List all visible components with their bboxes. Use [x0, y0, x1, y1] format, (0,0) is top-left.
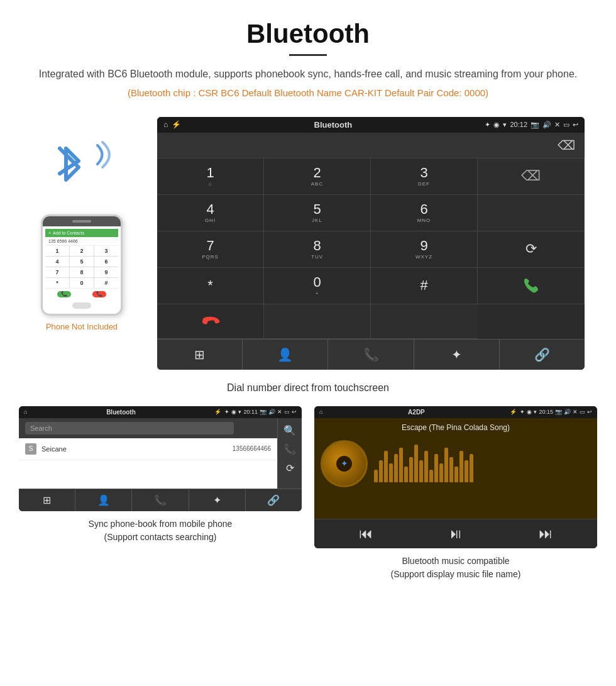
side-search-btn[interactable]: 🔍	[281, 422, 299, 439]
phonebook-main-area: Search S Seicane 13566664466 🔍 📞 ⟳	[19, 418, 302, 489]
music-controls: ⏮ ⏯ ⏭	[314, 519, 597, 548]
phonebook-card: ⌂ Bluetooth ⚡ ✦ ◉ ▾ 20:11 📷 🔊 ✕ ▭ ↩	[19, 406, 302, 581]
phonebook-statusbar: ⌂ Bluetooth ⚡ ✦ ◉ ▾ 20:11 📷 🔊 ✕ ▭ ↩	[19, 406, 302, 418]
album-art: ✦	[321, 440, 368, 487]
key-5[interactable]: 5 JKL	[264, 195, 371, 231]
pb-win-icon: ▭	[284, 409, 290, 415]
album-art-inner: ✦	[336, 456, 352, 472]
pb-nav-bluetooth[interactable]: ✦	[189, 489, 246, 511]
phone-top-bar	[43, 216, 121, 226]
nav-bluetooth-btn[interactable]: ✦	[414, 340, 500, 370]
phone-key-6: 6	[94, 257, 118, 267]
viz-bar-2	[384, 451, 388, 482]
pb-nav-contacts[interactable]: 👤	[75, 489, 132, 511]
key-8[interactable]: 8 TUV	[264, 231, 371, 268]
next-track-btn[interactable]: ⏭	[539, 526, 553, 542]
viz-bar-17	[459, 451, 463, 482]
bottom-screens: ⌂ Bluetooth ⚡ ✦ ◉ ▾ 20:11 📷 🔊 ✕ ▭ ↩	[0, 406, 616, 594]
key-hash[interactable]: #	[371, 268, 478, 304]
music-visualizer	[374, 445, 591, 482]
close-icon: ✕	[554, 121, 560, 129]
prev-track-btn[interactable]: ⏮	[359, 526, 373, 542]
red-phone-icon	[197, 307, 223, 334]
viz-bar-1	[379, 460, 383, 482]
key-empty-2	[478, 195, 585, 231]
page-title: Bluetooth	[13, 19, 603, 49]
key-7[interactable]: 7 PQRS	[157, 231, 264, 268]
music-main-area: ✦	[314, 437, 597, 490]
key-3-sub: DEF	[418, 181, 430, 187]
viz-bar-10	[424, 451, 428, 482]
delete-icon[interactable]: ⌫	[521, 168, 541, 184]
pb-nav-phone[interactable]: 📞	[132, 489, 189, 511]
signal-waves-icon	[85, 139, 116, 170]
pb-nav-dialpad[interactable]: ⊞	[19, 489, 75, 511]
viz-bar-18	[465, 460, 468, 482]
key-6[interactable]: 6 MNO	[371, 195, 478, 231]
key-2[interactable]: 2 ABC	[264, 158, 371, 195]
pb-caption: Sync phone-book from mobile phone (Suppo…	[89, 517, 233, 544]
side-call-btn[interactable]: 📞	[281, 441, 299, 458]
key-9-main: 9	[420, 239, 427, 253]
key-5-main: 5	[313, 202, 321, 216]
contact-row: S Seicane 13566664466	[19, 438, 277, 460]
key-sync[interactable]: ⟳	[478, 231, 585, 268]
pb-nav-link[interactable]: 🔗	[246, 489, 302, 511]
key-0[interactable]: 0 +	[264, 268, 371, 304]
key-call-green[interactable]	[478, 268, 585, 304]
viz-bar-6	[404, 467, 408, 482]
nav-phone-btn[interactable]: 📞	[328, 340, 414, 370]
play-pause-btn[interactable]: ⏯	[449, 526, 463, 542]
phone-key-3: 3	[94, 246, 118, 256]
phone-screen: + Add to Contacts 135 6566 4466 1 2 3 4 …	[43, 226, 121, 314]
key-3[interactable]: 3 DEF	[371, 158, 478, 195]
dial-screen: ⌂ ⚡ Bluetooth ✦ ◉ ▾ 20:12 📷 🔊 ✕ ▭ ↩ ⌫	[157, 117, 585, 370]
green-phone-icon	[522, 276, 541, 295]
statusbar-right: ✦ ◉ ▾ 20:12 📷 🔊 ✕ ▭ ↩	[485, 121, 578, 129]
side-sync-btn[interactable]: ⟳	[281, 460, 299, 477]
pb-close-icon: ✕	[277, 409, 282, 415]
viz-bar-9	[419, 460, 423, 482]
viz-bar-0	[374, 470, 378, 482]
plus-icon: +	[48, 231, 51, 235]
key-hash-main: #	[420, 279, 427, 292]
key-6-sub: MNO	[417, 218, 431, 223]
search-box[interactable]: Search	[25, 422, 234, 434]
viz-bar-7	[409, 457, 413, 482]
music-statusbar: ⌂ A2DP ⚡ ✦ ◉ ▾ 20:15 📷 🔊 ✕ ▭ ↩	[314, 406, 597, 418]
pb-usb-icon: ⚡	[214, 409, 221, 415]
key-4[interactable]: 4 GHI	[157, 195, 264, 231]
dial-bottom-nav: ⊞ 👤 📞 ✦ 🔗	[157, 339, 585, 370]
phone-keypad: 1 2 3 4 5 6 7 8 9 * 0 #	[45, 246, 118, 288]
music-time: 20:15	[539, 409, 553, 415]
key-9-sub: WXYZ	[415, 254, 432, 260]
nav-link-btn[interactable]: 🔗	[500, 340, 585, 370]
pb-cam-icon: 📷	[260, 409, 267, 415]
music-bt-icon: ✦	[520, 409, 525, 415]
viz-bar-5	[399, 448, 403, 482]
phone-key-1: 1	[45, 246, 69, 256]
page-specs: (Bluetooth chip : CSR BC6 Default Blueto…	[13, 87, 603, 98]
key-9[interactable]: 9 WXYZ	[371, 231, 478, 268]
music-loc-icon: ◉	[527, 409, 532, 415]
bluetooth-status-icon: ✦	[485, 121, 490, 129]
key-star[interactable]: *	[157, 268, 264, 304]
delete-button[interactable]: ⌫	[558, 138, 575, 153]
nav-contacts-btn[interactable]: 👤	[243, 340, 328, 370]
phone-red-end-btn: 📞	[92, 291, 106, 297]
pb-caption-line2: (Support contacts searching)	[104, 532, 217, 542]
phone-key-star: *	[45, 278, 69, 288]
viz-bar-4	[394, 454, 398, 482]
bluetooth-icon-area	[47, 136, 116, 205]
dial-caption: Dial number direct from touchscreen	[0, 382, 616, 394]
key-call-red[interactable]	[157, 304, 264, 339]
statusbar-time: 20:12	[510, 121, 527, 128]
phone-bottom-bar: 📞 📞	[45, 288, 118, 300]
nav-dialpad-btn[interactable]: ⊞	[157, 340, 243, 370]
phone-green-call-btn: 📞	[57, 291, 71, 297]
key-1[interactable]: 1 ⌂	[157, 158, 264, 195]
key-4-main: 4	[206, 202, 214, 216]
dial-statusbar: ⌂ ⚡ Bluetooth ✦ ◉ ▾ 20:12 📷 🔊 ✕ ▭ ↩	[157, 117, 585, 133]
wifi-icon: ▾	[503, 121, 507, 129]
pb-back-icon: ↩	[292, 409, 297, 415]
